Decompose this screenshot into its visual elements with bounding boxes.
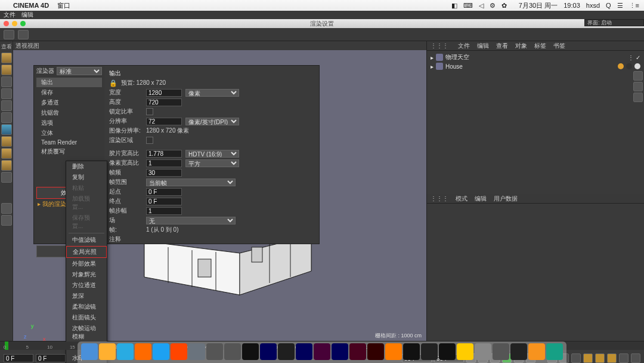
- tool-icon[interactable]: [1, 172, 12, 183]
- dock-app-icon[interactable]: [224, 343, 241, 360]
- status-icon[interactable]: ◧: [451, 2, 457, 10]
- attrtab[interactable]: 编辑: [475, 195, 487, 203]
- cat-matoverride[interactable]: 材质覆写: [36, 147, 102, 156]
- dock-app-icon[interactable]: [171, 343, 187, 360]
- redo-icon[interactable]: [18, 30, 29, 39]
- effect-item[interactable]: 方位通道: [66, 280, 107, 291]
- effect-item[interactable]: 柱面镜头: [66, 312, 107, 323]
- tool-icon[interactable]: [1, 64, 12, 75]
- status-icon[interactable]: ✿: [501, 2, 507, 10]
- effect-item[interactable]: 全局光照: [67, 247, 106, 257]
- rtool-icon[interactable]: [633, 93, 643, 102]
- effect-item[interactable]: 保存预置...: [66, 213, 107, 232]
- dock-app-icon[interactable]: [135, 343, 151, 360]
- timeline-start[interactable]: [4, 354, 33, 362]
- field-select[interactable]: 无: [146, 217, 236, 224]
- dock-app-icon[interactable]: [242, 343, 259, 360]
- dock-app-icon[interactable]: [314, 343, 330, 360]
- dock-app-icon[interactable]: [403, 343, 420, 360]
- tool-icon[interactable]: [1, 203, 12, 214]
- cat-teamrender[interactable]: Team Render: [36, 139, 102, 146]
- dock-app-icon[interactable]: [385, 343, 402, 360]
- status-icon[interactable]: ⌨: [463, 2, 473, 10]
- dock-app-icon[interactable]: [117, 343, 134, 360]
- end-input[interactable]: [146, 198, 182, 205]
- effect-item[interactable]: 柔和滤镜: [66, 302, 107, 312]
- date-label[interactable]: 7月30日 周一: [519, 1, 558, 10]
- effect-item[interactable]: 删除: [66, 161, 107, 172]
- dock-app-icon[interactable]: [493, 343, 509, 360]
- renderer-select[interactable]: 标准: [57, 67, 102, 75]
- unit-select[interactable]: 像素: [185, 89, 239, 97]
- tool-icon[interactable]: [1, 88, 12, 99]
- dock-app-icon[interactable]: [528, 343, 545, 360]
- dpi-select[interactable]: 像素/英寸(DPI): [185, 118, 239, 125]
- view-tab[interactable]: 查看: [0, 42, 13, 51]
- aspect-select[interactable]: HDTV (16:9): [185, 150, 239, 158]
- step-input[interactable]: [146, 207, 182, 215]
- effect-item[interactable]: 景深: [66, 291, 107, 302]
- dock-app-icon[interactable]: [349, 343, 366, 360]
- dock-app-icon[interactable]: [206, 343, 223, 360]
- dock-app-icon[interactable]: [188, 343, 205, 360]
- tool-icon[interactable]: [1, 160, 12, 171]
- dock-app-icon[interactable]: [457, 343, 473, 360]
- layout-selector[interactable]: 界面: 启动: [584, 19, 644, 26]
- status-icon[interactable]: ◁: [479, 2, 484, 10]
- objtab[interactable]: 对象: [515, 42, 527, 50]
- par-select[interactable]: 平方: [185, 159, 239, 167]
- cat-aa[interactable]: 抗锯齿: [36, 108, 102, 118]
- close-button[interactable]: [4, 21, 9, 26]
- object-tree[interactable]: ▸ 物理天空 ⋮ ✓ ▸ House: [427, 51, 644, 194]
- dock-app-icon[interactable]: [546, 343, 563, 360]
- menu-window[interactable]: 窗口: [57, 1, 70, 10]
- objtab[interactable]: 书签: [553, 42, 565, 50]
- effect-item[interactable]: 外部效果: [66, 259, 107, 269]
- effect-item[interactable]: 加载预置...: [66, 193, 107, 213]
- cat-output[interactable]: 输出: [36, 78, 102, 87]
- tag-icon[interactable]: [634, 63, 640, 69]
- dock-app-icon[interactable]: [99, 343, 116, 360]
- effect-item[interactable]: 对象辉光: [66, 269, 107, 280]
- tool-icon[interactable]: [1, 76, 12, 87]
- dock-app-icon[interactable]: [278, 343, 295, 360]
- timeline-cur[interactable]: [36, 354, 66, 362]
- user-label[interactable]: hxsd: [586, 2, 600, 9]
- cat-save[interactable]: 保存: [36, 88, 102, 97]
- dock-app-icon[interactable]: [260, 343, 277, 360]
- film-aspect-input[interactable]: [146, 150, 182, 158]
- dock-app-icon[interactable]: [153, 343, 169, 360]
- rtool-icon[interactable]: [633, 82, 643, 91]
- effect-item[interactable]: 次帧运动模糊: [66, 323, 107, 342]
- dock-app-icon[interactable]: [510, 343, 527, 360]
- objtab[interactable]: 文件: [458, 42, 470, 50]
- key-pla-icon[interactable]: [631, 353, 640, 363]
- tag-icon[interactable]: [618, 63, 624, 69]
- height-input[interactable]: [146, 99, 182, 106]
- attrtab[interactable]: 模式: [456, 195, 467, 203]
- dock-app-icon[interactable]: [439, 343, 456, 360]
- dock-app-icon[interactable]: [367, 343, 384, 360]
- objtab[interactable]: 编辑: [477, 42, 489, 50]
- tree-item-house[interactable]: ▸ House: [431, 62, 640, 70]
- start-input[interactable]: [146, 188, 182, 196]
- menu-file[interactable]: 文件: [4, 11, 16, 19]
- effect-item[interactable]: 中值滤镜: [66, 235, 107, 245]
- key-rot-icon[interactable]: [607, 353, 617, 363]
- time-label[interactable]: 19:03: [564, 2, 580, 9]
- dock-app-icon[interactable]: [421, 343, 438, 360]
- attrtab[interactable]: 用户数据: [494, 195, 518, 203]
- objtab[interactable]: 查看: [496, 42, 508, 50]
- lock-checkbox[interactable]: [146, 108, 153, 115]
- dock-app-icon[interactable]: [296, 343, 312, 360]
- cat-options[interactable]: 选项: [36, 118, 102, 128]
- width-input[interactable]: [146, 89, 182, 97]
- status-icon[interactable]: ⚙: [490, 2, 496, 10]
- fps-input[interactable]: [146, 169, 182, 177]
- effect-item[interactable]: 粘贴: [66, 183, 107, 193]
- objtab[interactable]: 标签: [534, 42, 546, 50]
- tool-icon[interactable]: [1, 148, 12, 159]
- control-icon[interactable]: ☰: [617, 2, 623, 10]
- pixel-aspect-input[interactable]: [146, 159, 182, 167]
- effect-item[interactable]: 复制: [66, 172, 107, 183]
